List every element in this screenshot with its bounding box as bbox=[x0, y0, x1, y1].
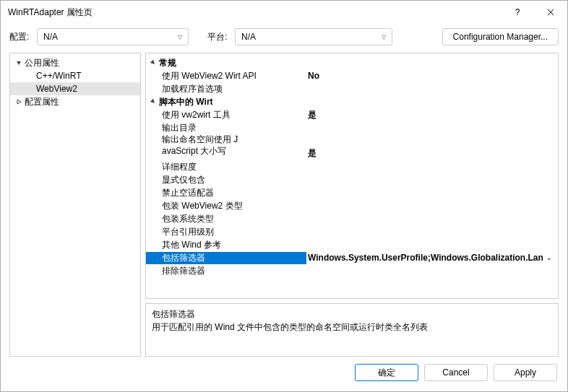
footer: 确定 Cancel Apply bbox=[1, 357, 567, 391]
property-grid[interactable]: 常规 使用 WebView2 Wirt API No 加载程序首选项 脚本中的 … bbox=[145, 53, 559, 299]
prop-explicit-include[interactable]: 显式仅包含 bbox=[146, 173, 558, 186]
config-label: 配置: bbox=[9, 31, 31, 43]
prop-use-vw2wirt-tool[interactable]: 使用 vw2wirt 工具 是 bbox=[146, 108, 558, 121]
group-script-wirt[interactable]: 脚本中的 Wirt bbox=[146, 95, 558, 108]
cancel-button[interactable]: Cancel bbox=[424, 364, 488, 381]
tree-node-cpp-winrt[interactable]: C++/WinRT bbox=[10, 69, 140, 82]
dialog-window: WinRTAdapter 属性页 ? 配置: N/A ▽ 平台: N/A ▽ C… bbox=[0, 0, 568, 392]
expander-open-icon bbox=[14, 60, 23, 66]
titlebar: WinRTAdapter 属性页 ? bbox=[1, 1, 567, 24]
prop-include-filter[interactable]: 包括筛选器 Windows.System.UserProfile;Windows… bbox=[146, 251, 558, 264]
close-button[interactable] bbox=[534, 1, 567, 24]
prop-platform-ref-level[interactable]: 平台引用级别 bbox=[146, 225, 558, 238]
description-panel: 包括筛选器 用于匹配引用的 Wind 文件中包含的类型的命名空间或运行时类全名列… bbox=[145, 303, 559, 357]
main-area: 公用属性 C++/WinRT WebView2 配置属性 常规 bbox=[1, 53, 567, 357]
ok-button[interactable]: 确定 bbox=[355, 364, 418, 381]
prop-output-dir[interactable]: 输出目录 bbox=[146, 121, 558, 134]
platform-label: 平台: bbox=[207, 31, 229, 43]
prop-loader-preference[interactable]: 加载程序首选项 bbox=[146, 82, 558, 95]
toolbar: 配置: N/A ▽ 平台: N/A ▽ Configuration Manage… bbox=[1, 24, 567, 53]
platform-dropdown[interactable]: N/A ▽ bbox=[235, 28, 392, 45]
close-icon bbox=[547, 9, 554, 16]
category-tree[interactable]: 公用属性 C++/WinRT WebView2 配置属性 bbox=[9, 53, 141, 357]
expander-open-icon bbox=[149, 60, 158, 66]
config-dropdown[interactable]: N/A ▽ bbox=[37, 28, 189, 45]
apply-button[interactable]: Apply bbox=[494, 364, 557, 381]
expander-open-icon bbox=[149, 99, 158, 105]
chevron-down-icon: ▽ bbox=[178, 34, 182, 40]
prop-disable-empty-adapter[interactable]: 禁止空适配器 bbox=[146, 186, 558, 199]
prop-exclude-filter[interactable]: 排除筛选器 bbox=[146, 264, 558, 277]
prop-output-namespace-js-case[interactable]: 输出命名空间使用 JavaScript 大小写 是 bbox=[146, 134, 558, 160]
tree-node-common[interactable]: 公用属性 bbox=[10, 56, 140, 69]
description-title: 包括筛选器 bbox=[152, 308, 552, 321]
prop-wrap-webview2-types[interactable]: 包装 WebView2 类型 bbox=[146, 199, 558, 212]
description-body: 用于匹配引用的 Wind 文件中包含的类型的命名空间或运行时类全名列表 bbox=[152, 322, 462, 334]
right-pane: 常规 使用 WebView2 Wirt API No 加载程序首选项 脚本中的 … bbox=[145, 53, 559, 357]
tree-node-config[interactable]: 配置属性 bbox=[10, 95, 140, 108]
platform-value: N/A bbox=[241, 32, 377, 42]
prop-verbosity[interactable]: 详细程度 bbox=[146, 160, 558, 173]
chevron-down-icon: ▽ bbox=[382, 34, 386, 40]
expander-closed-icon bbox=[14, 99, 23, 105]
tree-node-webview2[interactable]: WebView2 bbox=[10, 82, 140, 95]
help-button[interactable]: ? bbox=[501, 1, 534, 24]
config-value: N/A bbox=[43, 32, 173, 42]
window-title: WinRTAdapter 属性页 bbox=[8, 6, 501, 19]
chevron-down-icon[interactable]: ⌄ bbox=[546, 254, 552, 261]
config-manager-button[interactable]: Configuration Manager... bbox=[442, 28, 559, 45]
group-general[interactable]: 常规 bbox=[146, 56, 558, 69]
prop-use-webview2-wirt-api[interactable]: 使用 WebView2 Wirt API No bbox=[146, 69, 558, 82]
prop-wrap-system-types[interactable]: 包装系统类型 bbox=[146, 212, 558, 225]
prop-other-wind-refs[interactable]: 其他 Wind 参考 bbox=[146, 238, 558, 251]
